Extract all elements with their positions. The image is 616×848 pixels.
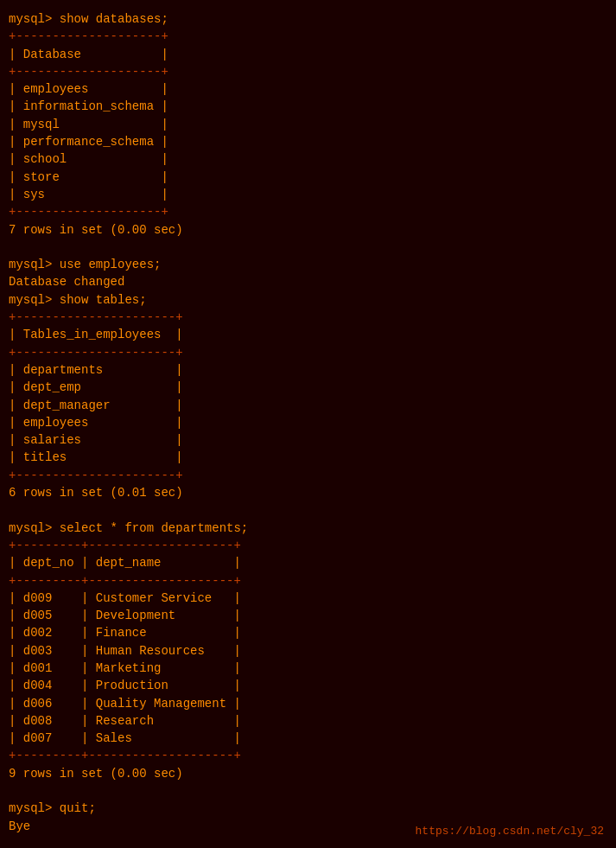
db-row-performance-schema: | performance_schema | bbox=[9, 133, 607, 150]
prompt: mysql> bbox=[9, 12, 60, 26]
dept-table-header-border: +---------+--------------------+ bbox=[9, 572, 607, 590]
tables-table-header: | Tables_in_employees | bbox=[9, 326, 607, 343]
db-table-header: | Database | bbox=[9, 46, 607, 63]
blank-line-1 bbox=[9, 239, 607, 256]
table-row-dept-emp: | dept_emp | bbox=[9, 379, 607, 396]
dept-table-header: | dept_no | dept_name | bbox=[9, 554, 607, 571]
command-text: show tables; bbox=[60, 293, 147, 307]
quit-command: mysql> quit; bbox=[9, 800, 607, 817]
db-row-school: | school | bbox=[9, 150, 607, 168]
command-text: select * from departments; bbox=[60, 521, 248, 535]
prompt: mysql> bbox=[9, 293, 60, 307]
table-row-dept-manager: | dept_manager | bbox=[9, 397, 607, 414]
dept-row-d007: | d007 | Sales | bbox=[9, 730, 607, 747]
db-row-count: 7 rows in set (0.00 sec) bbox=[9, 221, 607, 239]
prompt: mysql> bbox=[9, 801, 60, 815]
dept-row-d006: | d006 | Quality Management | bbox=[9, 695, 607, 712]
dept-row-d003: | d003 | Human Resources | bbox=[9, 642, 607, 660]
dept-row-d004: | d004 | Production | bbox=[9, 677, 607, 694]
tables-table-header-border: +----------------------+ bbox=[9, 344, 607, 361]
dept-row-d005: | d005 | Development | bbox=[9, 607, 607, 624]
table-row-employees: | employees | bbox=[9, 414, 607, 431]
command-text: quit; bbox=[60, 801, 96, 815]
terminal-window: mysql> show databases; +----------------… bbox=[5, 7, 611, 848]
show-tables-command: mysql> show tables; bbox=[9, 291, 607, 309]
select-departments-command: mysql> select * from departments; bbox=[9, 520, 607, 537]
dept-row-d008: | d008 | Research | bbox=[9, 712, 607, 730]
command-text: show databases; bbox=[60, 12, 168, 26]
dept-row-count: 9 rows in set (0.00 sec) bbox=[9, 765, 607, 782]
use-employees-command: mysql> use employees; bbox=[9, 256, 607, 273]
blank-line-3 bbox=[9, 782, 607, 800]
database-changed-msg: Database changed bbox=[9, 273, 607, 290]
prompt: mysql> bbox=[9, 258, 60, 271]
db-row-employees: | employees | bbox=[9, 80, 607, 98]
dept-row-d001: | d001 | Marketing | bbox=[9, 660, 607, 677]
prompt: mysql> bbox=[9, 521, 60, 535]
db-row-mysql: | mysql | bbox=[9, 116, 607, 133]
table-row-departments: | departments | bbox=[9, 361, 607, 379]
blank-line-2 bbox=[9, 501, 607, 519]
db-row-sys: | sys | bbox=[9, 186, 607, 203]
command-text: use employees; bbox=[60, 258, 162, 271]
show-databases-command: mysql> show databases; bbox=[9, 10, 607, 28]
db-row-store: | store | bbox=[9, 169, 607, 186]
db-table-header-border: +--------------------+ bbox=[9, 63, 607, 80]
tables-table-top-border: +----------------------+ bbox=[9, 309, 607, 326]
watermark: https://blog.csdn.net/cly_32 bbox=[416, 825, 604, 838]
db-table-bottom-border: +--------------------+ bbox=[9, 203, 607, 220]
tables-table-bottom-border: +----------------------+ bbox=[9, 467, 607, 484]
dept-row-d002: | d002 | Finance | bbox=[9, 624, 607, 641]
dept-table-top-border: +---------+--------------------+ bbox=[9, 537, 607, 554]
tables-row-count: 6 rows in set (0.01 sec) bbox=[9, 484, 607, 501]
db-table-top-border: +--------------------+ bbox=[9, 28, 607, 45]
table-row-titles: | titles | bbox=[9, 449, 607, 466]
dept-row-d009: | d009 | Customer Service | bbox=[9, 590, 607, 607]
table-row-salaries: | salaries | bbox=[9, 431, 607, 449]
db-row-information-schema: | information_schema | bbox=[9, 98, 607, 115]
dept-table-bottom-border: +---------+--------------------+ bbox=[9, 747, 607, 764]
